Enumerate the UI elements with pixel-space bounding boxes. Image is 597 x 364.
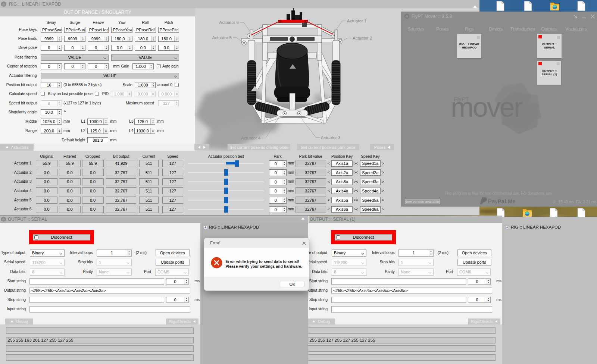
svg-text:Actuator 5: Actuator 5	[212, 35, 232, 40]
svg-text:Actuator 4: Actuator 4	[241, 136, 261, 140]
svg-text:Actuator 2: Actuator 2	[353, 36, 372, 40]
svg-text:Actuator 6: Actuator 6	[219, 20, 239, 25]
svg-text:Actuator 1: Actuator 1	[347, 19, 366, 23]
svg-text:PayPal.Me: PayPal.Me	[488, 198, 516, 204]
svg-text:Actuator 3: Actuator 3	[321, 135, 340, 140]
